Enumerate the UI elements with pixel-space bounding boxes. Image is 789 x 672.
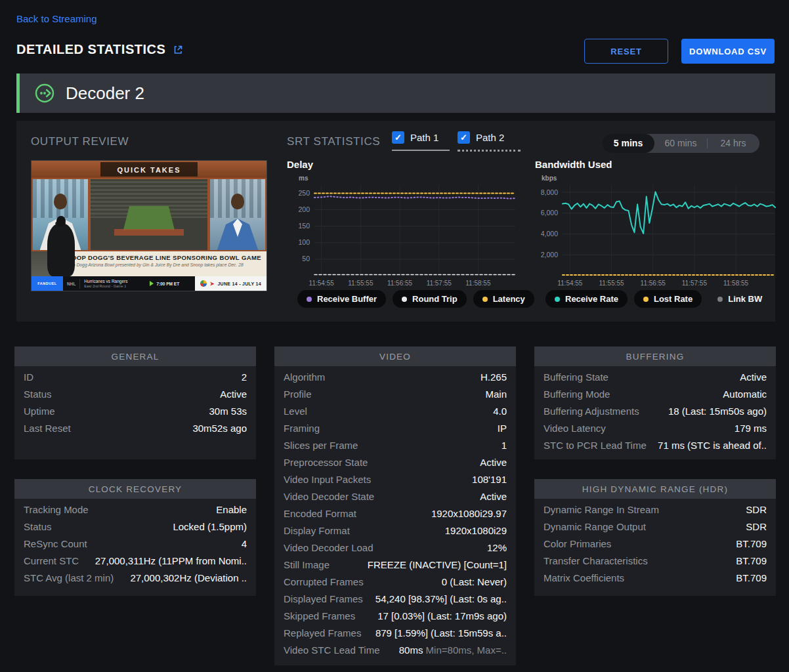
stat-row: Video Input Packets108'191: [274, 474, 516, 491]
stat-value: 1920x1080i29.97: [431, 508, 507, 519]
legend-dot-icon: [643, 297, 649, 302]
stat-label: Color Primaries: [544, 538, 611, 549]
video-thumbnail: QUICK TAKES SNOOP DOGG'S BEVERAGE LINE S…: [31, 160, 267, 291]
svg-text:11:57:55: 11:57:55: [682, 280, 708, 287]
stat-row: Uptime30m 53s: [14, 406, 256, 423]
reset-button[interactable]: RESET: [584, 39, 668, 64]
stat-value: 2: [242, 371, 247, 383]
path2-label: Path 2: [476, 132, 504, 143]
stat-label: Transfer Characteristics: [544, 555, 648, 566]
legend-latency[interactable]: Latency: [473, 290, 534, 308]
stat-value: 54,240 [98.37%] (Last: 0s ag..: [375, 593, 507, 604]
svg-text:50: 50: [302, 255, 310, 262]
stat-value: Automatic: [723, 388, 767, 400]
thumbnail-top-banner: QUICK TAKES: [32, 161, 267, 178]
stat-row: Current STC27,000,311Hz (11PPM from Nomi…: [14, 555, 256, 572]
decoder-title: Decoder 2: [66, 83, 144, 104]
delay-chart-title: Delay: [287, 159, 313, 170]
stat-row: Displayed Frames54,240 [98.37%] (Last: 0…: [274, 593, 516, 610]
stat-value: 1: [501, 440, 507, 451]
path2-checkbox[interactable]: ✓: [458, 131, 470, 144]
stat-value: Active: [740, 371, 767, 383]
stat-value: 71 ms (STC is ahead of..: [658, 440, 767, 451]
path1-toggle[interactable]: ✓ Path 1: [392, 131, 450, 151]
svg-text:11:56:55: 11:56:55: [387, 280, 413, 287]
range-24hrs[interactable]: 24 hrs: [707, 134, 759, 153]
stat-value: 27,000,311Hz (11PPM from Nomi..: [95, 555, 247, 566]
stat-label: Slices per Frame: [284, 440, 358, 451]
ticker-bar: FANDUEL NHL Hurricanes vs Rangers East 2…: [32, 276, 267, 291]
path1-checkbox[interactable]: ✓: [392, 131, 404, 144]
stat-row: Color PrimariesBT.709: [534, 538, 776, 555]
stat-value: H.265: [480, 371, 507, 383]
stat-value: Enable: [216, 504, 247, 515]
download-csv-button[interactable]: DOWNLOAD CSV: [681, 39, 775, 64]
stat-value: BT.709: [736, 538, 767, 549]
range-5mins[interactable]: 5 mins: [602, 134, 654, 153]
stat-value: 27,000,302Hz (Deviation ..: [130, 572, 247, 583]
tournament-logo-icon: [200, 280, 207, 287]
legend-label: Lost Rate: [654, 294, 693, 304]
stat-row: Video Decoder StateActive: [274, 491, 516, 508]
svg-text:11:54:55: 11:54:55: [309, 280, 335, 287]
legend-receive-rate[interactable]: Receive Rate: [545, 290, 628, 308]
legend-dot-icon: [402, 297, 407, 302]
legend-round-trip[interactable]: Round Trip: [393, 290, 467, 308]
buffering-panel-title: BUFFERING: [534, 346, 776, 366]
stat-row: Still ImageFREEZE (INACTIVE) [Count=1]: [274, 559, 516, 576]
svg-text:4,000: 4,000: [541, 230, 558, 238]
legend-receive-buffer[interactable]: Receive Buffer: [297, 290, 386, 308]
stat-row: ReSync Count4: [14, 538, 256, 555]
svg-text:250: 250: [298, 189, 310, 197]
stat-label: Framing: [284, 423, 320, 434]
path1-linestyle-solid: [392, 150, 450, 151]
stat-label: Last Reset: [24, 423, 71, 434]
legend-dot-icon: [307, 297, 312, 302]
stat-label: Current STC: [24, 555, 79, 566]
svg-text:11:54:55: 11:54:55: [557, 280, 583, 287]
stat-value: 4: [242, 538, 247, 549]
path1-label: Path 1: [410, 132, 438, 143]
stat-value: 4.0: [493, 406, 507, 417]
output-review-heading: OUTPUT REVIEW: [31, 135, 129, 148]
stat-label: Status: [24, 388, 52, 400]
play-icon: [150, 281, 154, 286]
stat-row: Matrix CoefficientsBT.709: [534, 572, 776, 589]
stat-label: STC Avg (last 2 min): [24, 572, 114, 583]
stat-label: Buffering Mode: [544, 388, 610, 400]
stat-label: Displayed Frames: [284, 593, 363, 604]
fanduel-logo: FANDUEL: [32, 276, 63, 291]
legend-dot-icon: [555, 297, 560, 302]
legend-lost-rate[interactable]: Lost Rate: [634, 290, 702, 308]
stat-value: 1920x1080i29: [445, 525, 507, 536]
stat-label: Tracking Mode: [24, 504, 89, 515]
stat-row: Level4.0: [274, 406, 516, 423]
back-to-streaming-link[interactable]: Back to Streaming: [16, 13, 97, 24]
stat-row: Skipped Frames17 [0.03%] (Last: 17m9s ag…: [274, 610, 516, 627]
legend-dot-icon: [482, 297, 488, 302]
stat-row: Last Reset30m52s ago: [14, 423, 256, 440]
svg-text:11:58:55: 11:58:55: [723, 280, 749, 287]
path2-linestyle-dotted: [458, 150, 521, 152]
path2-toggle[interactable]: ✓ Path 2: [458, 131, 521, 152]
right-commentator: [209, 178, 267, 251]
stat-row: STC Avg (last 2 min)27,000,302Hz (Deviat…: [14, 572, 256, 589]
svg-text:11:55:55: 11:55:55: [348, 280, 373, 287]
page-title: DETAILED STATISTICS: [16, 42, 165, 57]
legend-link-bw[interactable]: Link BW: [708, 290, 771, 308]
stat-label: ID: [24, 371, 33, 383]
decoder-banner: Decoder 2: [16, 74, 775, 113]
delay-chart-legend: Receive BufferRound TripLatency: [297, 290, 534, 308]
stat-value: 0 (Last: Never): [442, 576, 507, 587]
stat-label: Dynamic Range Output: [544, 521, 646, 532]
stat-value: 17 [0.03%] (Last: 17m9s ago): [377, 610, 507, 621]
external-link-icon[interactable]: [172, 44, 184, 56]
snoop-silhouette: [32, 251, 56, 276]
ticker-detail: East 2nd Round - Game 1: [84, 284, 127, 289]
stat-row: Tracking ModeEnable: [14, 504, 256, 521]
range-60mins[interactable]: 60 mins: [654, 134, 707, 153]
stat-row: ProfileMain: [274, 388, 516, 406]
svg-text:8,000: 8,000: [541, 188, 558, 196]
stat-row: Encoded Format1920x1080i29.97: [274, 508, 516, 525]
stat-label: Still Image: [284, 559, 330, 570]
